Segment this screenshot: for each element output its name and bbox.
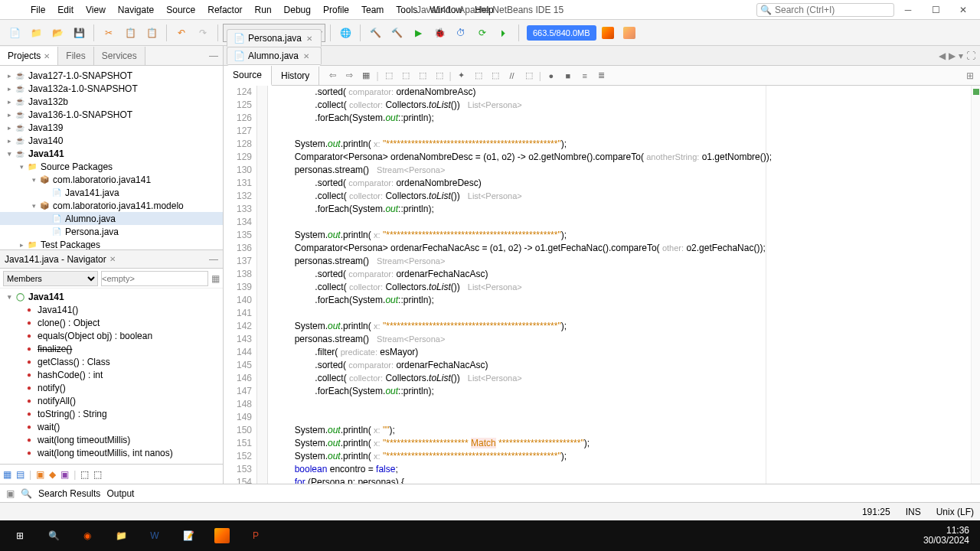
navigator-view-select[interactable]: Members [3,271,98,286]
project-tree[interactable]: ▸☕Java127-1.0-SNAPSHOT▸☕Java132a-1.0-SNA… [0,66,223,249]
tree-node[interactable]: 📄Persona.java [0,225,223,238]
nav-icon[interactable]: ▣ [60,469,69,480]
nav-member[interactable]: ●hashCode() : int [0,368,223,381]
nav-root[interactable]: ▾◯Java141 [0,290,223,303]
start-button[interactable]: ⊞ [3,520,37,551]
close-icon[interactable]: ✕ [44,52,50,60]
nav-member[interactable]: ●equals(Object obj) : boolean [0,329,223,342]
undo-button[interactable]: ↶ [172,23,191,43]
close-window-button[interactable]: ✕ [949,1,977,19]
system-tray-clock[interactable]: 11:36 30/03/2024 [923,526,977,546]
nav-member[interactable]: ●Java141() [0,303,223,316]
search-input[interactable] [775,5,890,15]
reload-button[interactable]: ⟳ [472,23,492,43]
error-stripe[interactable] [971,86,980,484]
tree-node[interactable]: ▾📦com.laboratorio.java141 [0,173,223,186]
maximize-editor-icon[interactable]: ⛶ [966,51,975,61]
nav-member[interactable]: ●wait(long timeoutMillis, int nanos) [0,446,223,459]
new-file-button[interactable]: 📄 [5,23,24,43]
navigator-tree[interactable]: ▾◯Java141●Java141()●clone() : Object●equ… [0,289,223,464]
code-editor[interactable]: 124 125 126 127 128 129 130 131 132 133 … [224,86,980,484]
filter-icon[interactable]: ▦ [211,273,220,284]
tree-node[interactable]: ▾📦com.laboratorio.java141.modelo [0,199,223,212]
tree-node[interactable]: ▸☕Java132a-1.0-SNAPSHOT [0,82,223,95]
build-button[interactable]: 🔨 [365,23,385,43]
nav-member[interactable]: ●finalize() [0,342,223,355]
minimize-pane-icon[interactable]: — [204,51,223,61]
redo-button[interactable]: ↷ [193,23,213,43]
run-button[interactable]: ▶ [408,23,428,43]
back-icon[interactable]: ⇦ [325,69,339,83]
menu-team[interactable]: Team [355,2,390,18]
editor-tool-icon[interactable]: ⬚ [399,69,413,83]
editor-tool-icon[interactable]: ⬚ [416,69,430,83]
gc-icon-2[interactable] [619,23,639,43]
split-editor-icon[interactable]: ⊞ [966,70,980,81]
nav-member[interactable]: ●notifyAll() [0,394,223,407]
debug-button[interactable]: 🐞 [430,23,449,43]
editor-tool-icon[interactable]: ⬚ [382,69,396,83]
tree-node[interactable]: 📄Java141.java [0,186,223,199]
tree-node[interactable]: ▸☕Java132b [0,95,223,108]
editor-tool-icon[interactable]: ⬚ [522,69,536,83]
prev-tab-icon[interactable]: ◀ [939,51,946,61]
run-main-button[interactable]: ⏵ [494,23,514,43]
output-toggle-icon[interactable]: ▣ [6,488,15,499]
menu-edit[interactable]: Edit [51,2,80,18]
paste-button[interactable]: 📋 [142,23,162,43]
editor-tool-icon[interactable]: ⬚ [472,69,485,83]
nav-icon[interactable]: ▤ [16,469,24,480]
nav-icon[interactable]: ⬚ [93,469,102,480]
cut-button[interactable]: ✂ [99,23,119,43]
menu-profile[interactable]: Profile [317,2,355,18]
clean-build-button[interactable]: 🔨 [387,23,407,43]
nav-icon[interactable]: ▦ [3,469,11,480]
editor-tab[interactable]: 📄Alumno.java✕ [227,47,322,64]
nav-icon[interactable]: ⬚ [80,469,89,480]
taskbar-app-notepad[interactable]: 📝 [172,520,205,551]
tree-node[interactable]: ▾☕Java141 [0,147,223,160]
tab-projects[interactable]: Projects✕ [0,47,58,65]
tree-node[interactable]: ▾📁Source Packages [0,160,223,173]
line-gutter[interactable]: 124 125 126 127 128 129 130 131 132 133 … [224,86,257,484]
navigator-filter-input[interactable] [101,271,208,286]
tab-files[interactable]: Files [58,47,93,65]
tree-node[interactable]: 📄Alumno.java [0,212,223,225]
nav-member[interactable]: ●clone() : Object [0,316,223,329]
close-icon[interactable]: ✕ [303,52,309,60]
save-all-button[interactable]: 💾 [69,23,89,43]
next-tab-icon[interactable]: ▶ [949,51,956,61]
nav-member[interactable]: ●wait(long timeoutMillis) [0,433,223,446]
tab-services[interactable]: Services [94,47,145,65]
menu-navigate[interactable]: Navigate [112,2,160,18]
close-icon[interactable]: ✕ [109,255,116,263]
menu-refactor[interactable]: Refactor [201,2,248,18]
tab-output[interactable]: Output [106,488,134,499]
editor-tool-icon[interactable]: ⬚ [488,69,502,83]
tab-list-icon[interactable]: ▾ [959,51,963,61]
nav-member[interactable]: ●toString() : String [0,407,223,420]
tree-node[interactable]: ▸☕Java139 [0,121,223,134]
tab-history[interactable]: History [272,67,319,85]
globe-icon[interactable]: 🌐 [335,23,355,43]
tree-node[interactable]: ▸☕Java127-1.0-SNAPSHOT [0,69,223,82]
menu-source[interactable]: Source [160,2,201,18]
search-button[interactable]: 🔍 [37,520,70,551]
minimize-button[interactable]: ─ [894,1,922,19]
tree-node[interactable]: ▸📁Test Packages [0,238,223,249]
forward-icon[interactable]: ⇨ [342,69,356,83]
editor-tool-icon[interactable]: ⬚ [433,69,446,83]
editor-tool-icon[interactable]: ▦ [359,69,373,83]
menu-file[interactable]: File [24,2,51,18]
taskbar-app-powerpoint[interactable]: P [239,520,273,551]
nav-member[interactable]: ●wait() [0,420,223,433]
editor-tool-icon[interactable]: ≡ [578,69,592,83]
menu-run[interactable]: Run [249,2,278,18]
nav-icon[interactable]: ▣ [36,469,44,480]
nav-member[interactable]: ●notify() [0,381,223,394]
global-search[interactable]: 🔍 [756,3,894,17]
gc-icon[interactable] [598,23,618,43]
minimize-pane-icon[interactable]: — [209,254,218,265]
close-icon[interactable]: ✕ [306,34,312,43]
taskbar-app-brave[interactable]: ◉ [70,520,104,551]
